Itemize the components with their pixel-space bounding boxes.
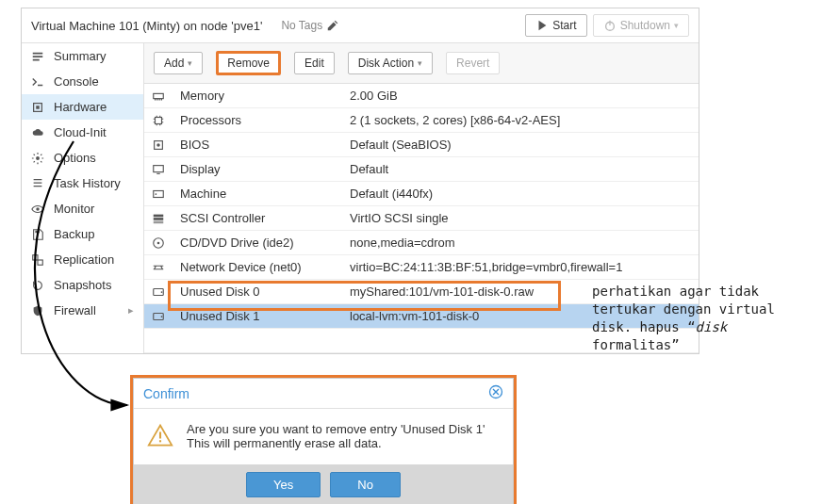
start-label: Start bbox=[552, 19, 576, 32]
svg-rect-8 bbox=[38, 260, 42, 265]
annotation-line: disk. hapus “ bbox=[592, 319, 696, 334]
hw-icon bbox=[144, 231, 173, 255]
warning-icon bbox=[147, 422, 173, 451]
hw-icon bbox=[144, 206, 173, 231]
svg-point-20 bbox=[157, 241, 160, 244]
hw-value: 2.00 GiB bbox=[342, 84, 699, 108]
svg-point-15 bbox=[156, 193, 157, 195]
annotation-line: formalitas bbox=[592, 337, 671, 352]
start-button[interactable]: Start bbox=[525, 14, 586, 37]
eye-icon bbox=[31, 203, 46, 216]
hardware-row[interactable]: CD/DVD Drive (ide2)none,media=cdrom bbox=[144, 231, 699, 255]
hardware-row[interactable]: DisplayDefault bbox=[144, 157, 699, 182]
annotation-line: ” bbox=[671, 337, 679, 352]
svg-point-22 bbox=[161, 291, 163, 293]
tags-area[interactable]: No Tags bbox=[281, 19, 339, 32]
power-icon bbox=[603, 19, 617, 32]
sidebar-label: Hardware bbox=[54, 100, 107, 114]
dialog-line: Are you sure you want to remove entry 'U… bbox=[187, 422, 485, 436]
hw-value: Default bbox=[342, 157, 699, 182]
hw-icon bbox=[144, 84, 173, 108]
hw-icon bbox=[144, 133, 173, 157]
sidebar: Summary Console Hardware Cloud-Init Opti… bbox=[22, 43, 144, 353]
sidebar-item-console[interactable]: Console bbox=[22, 69, 143, 94]
svg-rect-14 bbox=[154, 190, 164, 197]
dialog-body: Are you sure you want to remove entry 'U… bbox=[134, 409, 513, 464]
close-icon[interactable] bbox=[488, 384, 503, 402]
hw-key: Machine bbox=[173, 182, 342, 206]
revert-label: Revert bbox=[456, 57, 489, 70]
chevron-down-icon: ▾ bbox=[674, 21, 679, 30]
hw-key: Memory bbox=[173, 84, 342, 108]
remove-button[interactable]: Remove bbox=[216, 51, 281, 75]
sidebar-label: Backup bbox=[54, 227, 94, 241]
hw-value: none,media=cdrom bbox=[342, 231, 699, 255]
sidebar-label: Replication bbox=[54, 252, 114, 267]
remove-label: Remove bbox=[227, 57, 270, 70]
vm-title: Virtual Machine 101 (Minty) on node 'pve… bbox=[31, 19, 262, 33]
sidebar-item-snapshots[interactable]: Snapshots bbox=[22, 272, 143, 298]
hardware-row[interactable]: BIOSDefault (SeaBIOS) bbox=[144, 133, 699, 157]
svg-rect-18 bbox=[154, 220, 164, 223]
disk-action-button[interactable]: Disk Action ▾ bbox=[348, 52, 433, 74]
dialog-header: Confirm bbox=[134, 379, 513, 409]
sidebar-item-task-history[interactable]: Task History bbox=[22, 171, 143, 196]
dialog-line: This will permanently erase all data. bbox=[187, 436, 485, 450]
hardware-row[interactable]: Memory2.00 GiB bbox=[144, 84, 699, 108]
svg-point-24 bbox=[161, 316, 163, 317]
hw-value: Default (SeaBIOS) bbox=[342, 133, 699, 157]
hardware-row[interactable]: SCSI ControllerVirtIO SCSI single bbox=[144, 206, 699, 231]
no-label: No bbox=[357, 478, 373, 492]
hw-key: Processors bbox=[173, 108, 342, 133]
dialog-buttons: Yes No bbox=[134, 464, 513, 504]
sidebar-label: Console bbox=[54, 74, 99, 89]
replication-icon bbox=[31, 253, 46, 267]
svg-rect-27 bbox=[159, 440, 161, 442]
annotation-line: tertukar dengan virtual bbox=[592, 301, 775, 317]
dialog-highlight: Confirm Are you sure you want to remove … bbox=[130, 375, 517, 504]
hardware-row[interactable]: Network Device (net0)virtio=BC:24:11:3B:… bbox=[144, 255, 699, 280]
no-button[interactable]: No bbox=[330, 472, 401, 497]
svg-rect-7 bbox=[33, 254, 38, 259]
titlebar: Virtual Machine 101 (Minty) on node 'pve… bbox=[22, 8, 699, 43]
hardware-toolbar: Add ▾ Remove Edit Disk Action ▾ Revert bbox=[144, 43, 699, 84]
svg-point-4 bbox=[36, 156, 40, 160]
annotation-line: perhatikan agar tidak bbox=[592, 284, 759, 299]
firewall-expand-icon[interactable]: ▸ bbox=[128, 304, 134, 317]
sidebar-item-hardware[interactable]: Hardware bbox=[22, 94, 143, 120]
hardware-row[interactable]: MachineDefault (i440fx) bbox=[144, 182, 699, 206]
hw-key: BIOS bbox=[173, 133, 342, 157]
svg-rect-17 bbox=[154, 218, 164, 220]
add-label: Add bbox=[164, 57, 184, 70]
sidebar-item-replication[interactable]: Replication bbox=[22, 247, 143, 272]
revert-button[interactable]: Revert bbox=[446, 52, 500, 74]
svg-point-5 bbox=[36, 207, 40, 211]
svg-rect-6 bbox=[35, 230, 39, 233]
confirm-dialog: Confirm Are you sure you want to remove … bbox=[133, 378, 514, 504]
hardware-row[interactable]: Processors2 (1 sockets, 2 cores) [x86-64… bbox=[144, 108, 699, 133]
svg-rect-9 bbox=[154, 93, 164, 98]
pencil-icon[interactable] bbox=[326, 19, 339, 32]
edit-button[interactable]: Edit bbox=[294, 52, 335, 74]
hw-key: Unused Disk 1 bbox=[173, 304, 342, 329]
sidebar-item-summary[interactable]: Summary bbox=[22, 43, 143, 69]
sidebar-label: Monitor bbox=[54, 202, 94, 216]
hw-icon bbox=[144, 255, 173, 280]
svg-rect-10 bbox=[156, 117, 162, 123]
hw-icon bbox=[144, 108, 173, 133]
hw-key: Unused Disk 0 bbox=[173, 280, 342, 304]
sidebar-item-firewall[interactable]: Firewall ▸ bbox=[22, 298, 143, 323]
yes-button[interactable]: Yes bbox=[246, 472, 321, 497]
sidebar-item-options[interactable]: Options bbox=[22, 145, 143, 171]
save-icon bbox=[31, 228, 46, 241]
svg-rect-13 bbox=[154, 165, 164, 171]
svg-rect-16 bbox=[154, 214, 164, 217]
hw-icon bbox=[144, 157, 173, 182]
shutdown-button[interactable]: Shutdown ▾ bbox=[593, 14, 689, 37]
add-button[interactable]: Add ▾ bbox=[154, 52, 203, 74]
sidebar-label: Summary bbox=[54, 49, 107, 63]
sidebar-item-cloud-init[interactable]: Cloud-Init bbox=[22, 120, 143, 145]
sidebar-item-monitor[interactable]: Monitor bbox=[22, 196, 143, 221]
hw-icon bbox=[144, 304, 173, 329]
sidebar-item-backup[interactable]: Backup bbox=[22, 221, 143, 247]
